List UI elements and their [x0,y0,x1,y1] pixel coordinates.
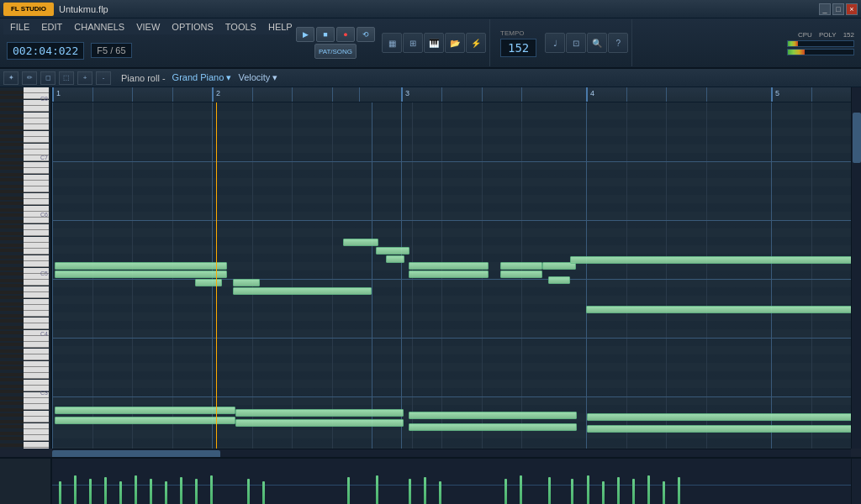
maximize-button[interactable]: □ [832,3,844,15]
note-9[interactable] [409,262,489,270]
note-6[interactable] [343,239,378,246]
note-5[interactable] [233,287,372,295]
gridh-oct1 [52,161,851,162]
play-button[interactable]: ▶ [296,27,314,42]
time-display: 002:04:022 F5 / 65 [3,34,289,66]
gridh-oct3 [52,279,851,280]
note-23[interactable] [587,413,851,421]
ruler-mark-4: 4 [586,87,594,102]
note-3[interactable] [195,279,222,286]
browser-icon[interactable]: 📂 [445,33,465,53]
gridh-oct5 [52,396,851,397]
note-2[interactable] [55,270,227,278]
pr-zoom-in[interactable]: + [77,71,92,85]
note-18[interactable] [55,417,235,424]
note-16[interactable] [586,306,851,313]
vel-bar-27 [647,475,650,504]
ruler-minor-1 [92,87,96,102]
note-grid[interactable] [52,102,851,449]
grid-container[interactable]: 1 2 3 4 5 [52,87,851,449]
horizontal-scrollbar[interactable] [52,449,851,457]
ruler-minor-3 [172,87,176,102]
vel-bar-23 [587,475,589,504]
ruler-minor-9 [482,87,485,102]
mixer-icon[interactable]: ▦ [382,33,402,53]
pr-tool-select[interactable]: ✦ [3,71,18,85]
note-22[interactable] [409,423,577,431]
vel-bar-8 [165,481,167,504]
velocity-scrollbar[interactable] [851,459,861,504]
help-icon[interactable]: ? [608,33,628,53]
menu-options[interactable]: OPTIONS [166,21,219,33]
note-1[interactable] [55,262,227,270]
pianoroll-mode[interactable]: Velocity ▾ [238,72,277,83]
piano-roll-icon[interactable]: 🎹 [424,33,444,53]
vel-bar-16 [409,479,411,504]
menu-file[interactable]: FILE [5,21,34,33]
note-12[interactable] [500,270,542,278]
ruler-minor-7 [359,87,362,102]
menu-edit[interactable]: EDIT [36,21,67,33]
ruler-minor-12 [666,87,669,102]
vel-bar-17 [424,477,426,504]
note-14[interactable] [548,276,570,284]
close-button[interactable]: × [846,3,858,15]
channels-icon[interactable]: ⊞ [403,33,423,53]
ruler-mark-3: 3 [401,87,409,102]
note-19[interactable] [235,409,404,417]
menu-channels[interactable]: CHANNELS [69,21,129,33]
playhead [216,102,217,449]
vel-bar-3 [89,479,92,504]
vertical-scrollbar[interactable] [851,87,861,449]
c7-label: C7 [40,155,48,160]
vel-bar-1 [59,481,61,504]
plugin-icon[interactable]: ⚡ [466,33,486,53]
vel-bar-9 [180,477,182,504]
note-8[interactable] [386,255,404,263]
note-17[interactable] [55,407,235,414]
note-10[interactable] [409,270,489,278]
c5-label: C5 [40,270,48,276]
note-24[interactable] [587,425,851,433]
velocity-center-line [52,485,851,486]
ruler: 1 2 3 4 5 [52,87,851,102]
piano-keys: .piano-octave { height: 52px; position: … [0,87,52,449]
vel-bar-10 [195,479,198,504]
vel-bar-7 [150,479,152,504]
vel-bar-2 [74,475,77,504]
pr-tool-select2[interactable]: ⬚ [59,71,74,85]
vel-bar-4 [104,477,107,504]
pianoroll-instrument[interactable]: Grand Piano ▾ [172,72,232,83]
vscroll-thumb[interactable] [853,113,861,163]
vel-bar-25 [617,477,620,504]
note-20[interactable] [235,419,404,427]
note-4[interactable] [233,279,260,286]
vel-bar-28 [663,481,665,504]
vel-bar-19 [504,479,507,504]
vel-bar-12 [247,479,250,504]
loop-button[interactable]: ⟲ [357,27,375,42]
stop-button[interactable]: ■ [316,27,335,42]
vel-bar-6 [135,475,137,504]
metronome-icon[interactable]: ♩ [545,33,565,53]
record-button[interactable]: ● [336,27,355,42]
menu-view[interactable]: VIEW [131,21,165,33]
vel-bar-11 [210,475,213,504]
pat-song-toggle[interactable]: PAT/SONG [314,44,357,59]
note-15[interactable] [570,256,851,264]
minimize-button[interactable]: _ [819,3,831,15]
pr-tool-erase[interactable]: ◻ [40,71,55,85]
menu-tools[interactable]: TOOLS [220,21,261,33]
note-7[interactable] [376,247,409,255]
bpm-section: TEMPO 152 [494,29,543,57]
note-11[interactable] [500,262,542,270]
pr-zoom-out[interactable]: - [96,71,111,85]
snap-icon[interactable]: ⊡ [566,33,586,53]
pr-tool-draw[interactable]: ✏ [22,71,37,85]
note-21[interactable] [409,412,577,419]
vel-bar-18 [439,481,441,504]
poly-fill [788,50,805,55]
poly-meter [787,49,854,55]
zoom-icon[interactable]: 🔍 [587,33,607,53]
ruler-minor-5 [292,87,295,102]
